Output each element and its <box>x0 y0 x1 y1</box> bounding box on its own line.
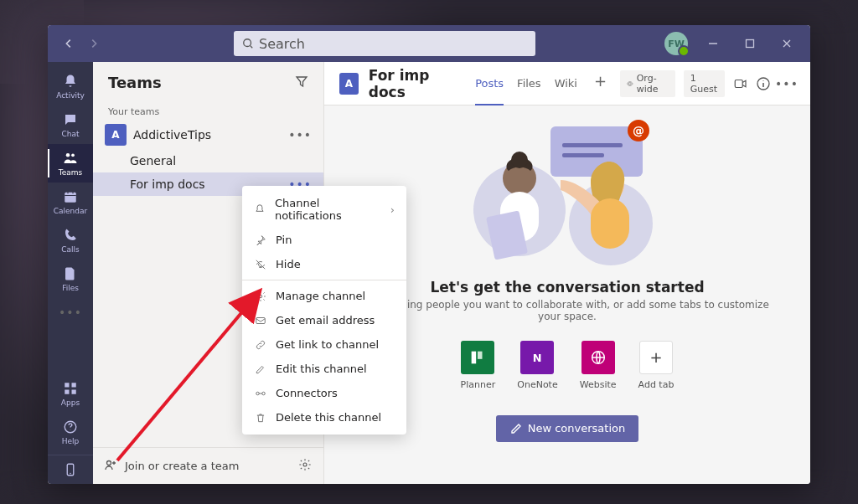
add-tab-button[interactable]: + <box>591 72 610 95</box>
settings-button[interactable] <box>298 458 312 474</box>
guest-pill[interactable]: 1 Guest <box>684 70 725 97</box>
user-avatar[interactable]: FW <box>664 32 688 55</box>
svg-rect-7 <box>65 390 69 394</box>
svg-point-32 <box>262 392 266 395</box>
info-button[interactable] <box>757 75 770 92</box>
menu-connectors[interactable]: Connectors <box>242 381 406 405</box>
bell-icon <box>254 203 266 215</box>
onenote-icon: N <box>520 341 554 374</box>
channel-general[interactable]: General <box>93 149 323 172</box>
minimize-button[interactable] <box>701 32 725 55</box>
rail-activity[interactable]: Activity <box>48 67 93 105</box>
bell-icon <box>62 73 79 90</box>
calendar-icon <box>62 188 79 205</box>
team-row[interactable]: A AddictiveTips ••• <box>93 121 323 149</box>
svg-point-0 <box>244 39 251 47</box>
channel-name: General <box>130 154 312 167</box>
svg-rect-26 <box>478 351 483 358</box>
menu-get-email[interactable]: Get email address <box>242 308 406 332</box>
rail-label: Chat <box>61 130 79 138</box>
team-more-button[interactable]: ••• <box>288 128 312 141</box>
nav-back-button[interactable] <box>58 33 80 54</box>
svg-rect-24 <box>591 198 629 249</box>
channel-context-menu: Channel notifications› Pin Hide Manage c… <box>242 186 406 435</box>
chevron-right-icon: › <box>390 203 395 216</box>
device-icon <box>62 461 79 478</box>
pane-title: Teams <box>108 74 162 91</box>
rail-apps[interactable]: Apps <box>48 374 93 413</box>
maximize-button[interactable] <box>738 32 762 55</box>
svg-point-13 <box>303 463 307 466</box>
tile-planner[interactable]: Planner <box>461 341 496 390</box>
rail-label: Teams <box>59 168 82 177</box>
menu-delete-channel[interactable]: Delete this channel <box>242 405 406 429</box>
title-bar: Search FW <box>48 25 810 62</box>
svg-point-2 <box>66 153 70 157</box>
menu-manage-channel[interactable]: Manage channel <box>242 284 406 308</box>
tab-files[interactable]: Files <box>517 72 541 95</box>
gear-icon <box>254 291 267 302</box>
tile-website[interactable]: Website <box>580 341 617 390</box>
svg-rect-25 <box>472 351 477 363</box>
filter-button[interactable] <box>295 75 308 91</box>
rail-chat[interactable]: Chat <box>48 105 93 144</box>
svg-rect-4 <box>65 193 76 203</box>
svg-point-11 <box>70 473 71 475</box>
svg-rect-8 <box>72 390 76 394</box>
menu-pin[interactable]: Pin <box>242 228 406 252</box>
rail-label: Files <box>62 284 79 292</box>
teams-window: Search FW Activity Chat Teams Calendar C… <box>48 25 810 484</box>
rail-calendar[interactable]: Calendar <box>48 183 93 221</box>
rail-label: Calendar <box>54 207 87 215</box>
plus-icon: + <box>639 341 673 374</box>
svg-point-3 <box>71 153 75 157</box>
tile-label: OneNote <box>517 379 557 390</box>
hide-icon <box>254 259 267 270</box>
tab-posts[interactable]: Posts <box>475 72 504 95</box>
phone-icon <box>62 227 79 244</box>
search-input[interactable]: Search <box>234 31 535 56</box>
channel-avatar: A <box>339 73 359 95</box>
menu-edit-channel[interactable]: Edit this channel <box>242 357 406 381</box>
tile-add[interactable]: +Add tab <box>638 341 675 390</box>
more-icon: ••• <box>62 304 79 321</box>
globe-icon <box>581 341 615 374</box>
connector-icon <box>254 388 267 399</box>
tile-onenote[interactable]: NOneNote <box>517 341 557 390</box>
trash-icon <box>254 412 267 424</box>
channel-more-button[interactable]: ••• <box>778 75 795 92</box>
rail-label: Calls <box>61 245 80 254</box>
mail-icon <box>254 315 267 327</box>
menu-channel-notifications[interactable]: Channel notifications› <box>242 191 406 228</box>
team-name: AddictiveTips <box>133 128 282 141</box>
visibility-pill[interactable]: Org-wide <box>620 70 675 97</box>
close-button[interactable] <box>775 32 799 55</box>
menu-get-link[interactable]: Get link to channel <box>242 332 406 357</box>
tab-wiki[interactable]: Wiki <box>555 72 577 95</box>
eye-icon <box>627 80 633 88</box>
rail-more[interactable]: ••• <box>48 298 93 327</box>
svg-point-14 <box>628 82 631 85</box>
channel-title: For imp docs <box>369 67 458 100</box>
svg-rect-15 <box>735 80 742 87</box>
rail-files[interactable]: Files <box>48 260 93 298</box>
rail-help[interactable]: Help <box>48 413 93 451</box>
app-rail: Activity Chat Teams Calendar Calls Files… <box>48 62 93 484</box>
section-label: Your teams <box>93 100 323 121</box>
nav-forward-button[interactable] <box>83 33 105 54</box>
meet-button[interactable] <box>733 75 748 92</box>
svg-point-12 <box>107 461 111 465</box>
teams-icon <box>62 150 79 167</box>
search-placeholder: Search <box>259 36 305 52</box>
join-team-link[interactable]: Join or create a team <box>125 460 292 472</box>
menu-hide[interactable]: Hide <box>242 252 406 276</box>
rail-share-screen[interactable] <box>48 455 93 484</box>
compose-icon <box>509 422 523 435</box>
svg-rect-30 <box>256 317 266 323</box>
new-conversation-button[interactable]: New conversation <box>496 415 639 442</box>
rail-calls[interactable]: Calls <box>48 221 93 260</box>
hero-subtitle: mentioning people you want to collaborat… <box>358 299 777 322</box>
rail-teams[interactable]: Teams <box>48 144 93 183</box>
team-avatar: A <box>105 124 127 146</box>
planner-icon <box>461 341 494 374</box>
